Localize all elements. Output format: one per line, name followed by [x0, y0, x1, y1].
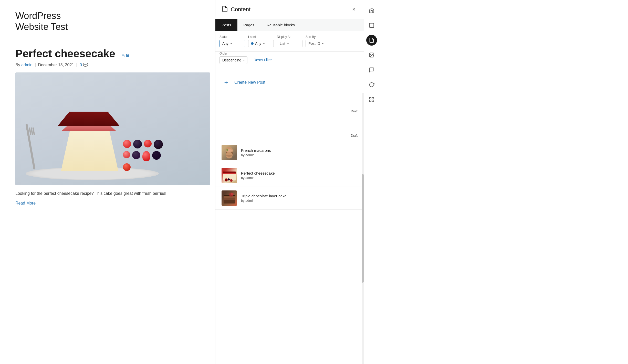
post-info: Triple chocolate layer cake by admin [241, 194, 358, 202]
label-filter-label: Label [248, 35, 274, 39]
svg-rect-24 [369, 100, 371, 102]
display-as-select[interactable]: List ▾ [277, 40, 302, 47]
refresh-icon-button[interactable] [366, 79, 377, 90]
comment-icon-button[interactable] [366, 65, 377, 75]
tab-reusable-blocks[interactable]: Reusable blocks [260, 19, 301, 31]
svg-point-11 [228, 178, 230, 180]
label-chevron-icon: ▾ [263, 42, 265, 45]
list-item[interactable]: Perfect cheesecake by admin [215, 164, 364, 187]
panel-title-row: Content [222, 6, 250, 13]
post-date: December 13, 2021 [38, 63, 74, 67]
svg-point-9 [225, 178, 228, 181]
svg-rect-22 [372, 98, 373, 99]
list-item[interactable]: (no title) by admin Draft [215, 117, 364, 141]
create-plus-icon: + [222, 78, 231, 87]
tab-pages[interactable]: Pages [237, 19, 261, 31]
display-as-filter-group: Display As List ▾ [277, 35, 302, 47]
read-more-link[interactable]: Read More [15, 201, 36, 205]
panel-tabs: Posts Pages Reusable blocks [215, 19, 364, 31]
order-select[interactable]: Descending ▾ [219, 56, 247, 64]
svg-point-10 [230, 179, 233, 182]
create-new-post-link[interactable]: Create New Post [234, 80, 265, 85]
document-panel-icon [222, 6, 228, 13]
home-icon-button[interactable] [366, 5, 377, 16]
label-filter-select[interactable]: Any ▾ [248, 40, 274, 47]
post-comments-link[interactable]: 0 💬 [80, 63, 88, 67]
sort-by-label: Sort By [306, 35, 331, 39]
post-info: Perfect cheesecake by admin [241, 171, 358, 180]
label-dot-icon [251, 42, 254, 45]
svg-rect-18 [369, 23, 374, 28]
post-featured-image [15, 72, 210, 185]
reset-filter-button[interactable]: Reset Filter [254, 56, 272, 63]
label-filter-group: Label Any ▾ [248, 35, 274, 47]
post-meta: By admin | December 13, 2021 | 0 💬 [15, 62, 200, 67]
svg-point-20 [370, 54, 371, 55]
status-filter-select[interactable]: Any ▾ [219, 40, 245, 47]
status-filter-group: Status Any ▾ [219, 35, 245, 47]
post-list-author: by admin [241, 199, 358, 202]
post-draft-badge: Draft [351, 110, 358, 113]
post-thumbnail [222, 168, 237, 183]
content-panel: Content × Posts Pages Reusable blocks St… [215, 0, 364, 364]
post-info: French macarons by admin [241, 148, 358, 157]
order-label: Order [219, 52, 247, 55]
panel-header: Content × [215, 0, 364, 19]
order-filter-group: Order Descending ▾ [219, 52, 247, 64]
scrollbar-track[interactable] [362, 93, 364, 364]
posts-list: (no title) by admin Draft (no title) by … [215, 93, 364, 364]
svg-point-5 [226, 149, 228, 151]
list-item[interactable]: French macarons by admin [215, 141, 364, 164]
tab-posts[interactable]: Posts [215, 19, 237, 31]
post-list-title: Perfect cheesecake [241, 171, 358, 175]
post-title: Perfect cheesecake Edit [15, 48, 200, 60]
status-chevron-icon: ▾ [231, 42, 232, 45]
panel-title: Content [231, 6, 250, 13]
post-list-title: French macarons [241, 148, 358, 153]
bookmark-icon-button[interactable] [366, 20, 377, 31]
sort-by-select[interactable]: Post ID ▾ [306, 40, 331, 47]
by-label: By [15, 63, 20, 67]
scrollbar-thumb[interactable] [362, 174, 364, 283]
post-draft-badge: Draft [351, 134, 358, 137]
create-new-post-row[interactable]: + Create New Post [215, 72, 364, 93]
display-as-chevron-icon: ▾ [287, 42, 289, 45]
status-filter-label: Status [219, 35, 245, 39]
main-content: WordPress Website Test Perfect cheesecak… [0, 0, 215, 364]
sort-by-chevron-icon: ▾ [322, 42, 323, 45]
svg-point-4 [226, 155, 232, 157]
post-excerpt: Looking for the perfect cheesecake recip… [15, 190, 200, 197]
right-icon-bar [364, 0, 379, 364]
filters-row: Status Any ▾ Label Any ▾ Display As List… [215, 31, 364, 52]
document-icon-button[interactable] [366, 35, 377, 46]
svg-rect-21 [369, 98, 371, 99]
display-as-label: Display As [277, 35, 302, 39]
post-thumbnail [222, 190, 237, 206]
post-list-author: by admin [241, 176, 358, 180]
filters-row2: Order Descending ▾ Reset Filter [215, 52, 364, 72]
list-item[interactable]: (no title) by admin Draft [215, 93, 364, 117]
site-title: WordPress Website Test [15, 10, 200, 32]
svg-point-17 [231, 193, 234, 195]
svg-rect-12 [224, 199, 235, 204]
list-item[interactable]: Triple chocolate layer cake by admin [215, 187, 364, 210]
svg-rect-23 [372, 100, 373, 102]
close-panel-button[interactable]: × [350, 5, 358, 14]
post-list-title: Triple chocolate layer cake [241, 194, 358, 198]
post-edit-link[interactable]: Edit [121, 53, 129, 58]
svg-rect-8 [223, 172, 236, 173]
sort-by-filter-group: Sort By Post ID ▾ [306, 35, 331, 47]
post-thumbnail [222, 145, 237, 160]
post-list-author: by admin [241, 153, 358, 157]
grid-icon-button[interactable] [366, 94, 377, 105]
image-icon-button[interactable] [366, 50, 377, 60]
post-author-link[interactable]: admin [21, 63, 33, 67]
order-chevron-icon: ▾ [243, 59, 245, 62]
